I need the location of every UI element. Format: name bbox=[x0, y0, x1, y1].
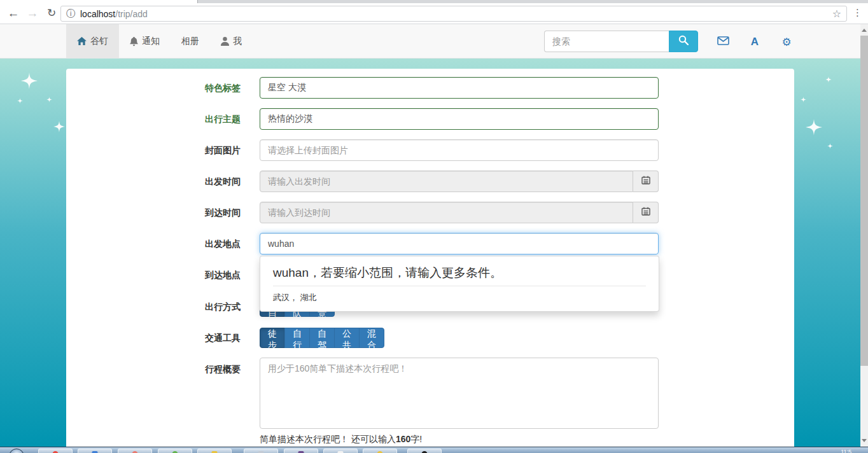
site-navbar: 谷钉 通知 相册 我 A ⚙ bbox=[0, 24, 860, 59]
field-label: 封面图片 bbox=[66, 139, 241, 161]
cover-image-input[interactable] bbox=[260, 139, 659, 161]
taskbar-app-button[interactable] bbox=[38, 449, 73, 453]
transport-walk-button[interactable]: 徒步 bbox=[260, 328, 285, 348]
envelope-icon bbox=[717, 36, 729, 48]
field-label: 出行主题 bbox=[66, 108, 241, 130]
nav-item-home[interactable]: 谷钉 bbox=[66, 24, 119, 59]
sparkle-icon bbox=[806, 119, 822, 136]
theme-input[interactable] bbox=[260, 108, 659, 130]
sparkle-icon bbox=[827, 143, 833, 149]
transport-drive-button[interactable]: 自驾 bbox=[309, 328, 335, 348]
scroll-down-icon[interactable] bbox=[862, 439, 867, 442]
gear-icon: ⚙ bbox=[781, 36, 791, 49]
remaining-count: 160 bbox=[396, 434, 410, 444]
taskbar-app-button[interactable] bbox=[244, 449, 278, 453]
taskbar-app-button[interactable] bbox=[197, 449, 232, 453]
sparkle-icon bbox=[46, 97, 52, 102]
autocomplete-hint[interactable]: wuhan，若要缩小范围，请输入更多条件。 bbox=[273, 259, 646, 286]
page-info-icon[interactable]: ⓘ bbox=[66, 8, 75, 20]
address-bar[interactable]: ⓘ localhost /trip/add ☆ bbox=[60, 6, 847, 22]
search-icon bbox=[678, 35, 689, 48]
browser-menu-icon[interactable]: ⋮ bbox=[853, 7, 863, 18]
url-host: localhost bbox=[80, 9, 115, 19]
nav-item-me[interactable]: 我 bbox=[210, 24, 253, 59]
font-link[interactable]: A bbox=[747, 35, 762, 49]
tags-input[interactable] bbox=[260, 77, 659, 99]
depart-time-input[interactable] bbox=[260, 171, 633, 192]
taskbar-app-button[interactable] bbox=[363, 449, 397, 453]
search-group bbox=[544, 31, 698, 52]
browser-refresh-button[interactable]: ↻ bbox=[43, 5, 60, 22]
scroll-up-icon[interactable] bbox=[862, 29, 867, 32]
transport-public-button[interactable]: 公共交通 bbox=[334, 328, 360, 348]
bookmark-star-icon[interactable]: ☆ bbox=[832, 8, 841, 20]
trip-form-panel: 特色标签 出行主题 封面图片 出发时间 到达时间 bbox=[66, 69, 794, 447]
sparkle-icon bbox=[825, 76, 832, 83]
summary-textarea[interactable] bbox=[260, 358, 659, 429]
page-background: 特色标签 出行主题 封面图片 出发时间 到达时间 bbox=[0, 59, 860, 447]
field-label: 到达时间 bbox=[66, 202, 241, 223]
sparkle-icon bbox=[801, 97, 806, 102]
nav-brand-label: 谷钉 bbox=[90, 36, 108, 47]
taskbar-app-button[interactable] bbox=[78, 449, 112, 453]
taskbar-app-button[interactable] bbox=[118, 449, 152, 453]
nav-item-notifications[interactable]: 通知 bbox=[119, 24, 171, 59]
browser-forward-button[interactable]: → bbox=[24, 5, 41, 22]
bell-icon bbox=[130, 37, 138, 46]
scrollbar-thumb[interactable] bbox=[860, 36, 868, 366]
search-button[interactable] bbox=[669, 31, 698, 52]
sparkle-icon bbox=[21, 73, 38, 89]
nav-item-label: 我 bbox=[233, 36, 242, 47]
calendar-icon bbox=[641, 176, 650, 187]
transport-mixed-button[interactable]: 混合交通工具 bbox=[359, 328, 384, 348]
arrive-time-calendar-button[interactable] bbox=[633, 202, 659, 223]
transport-bicycle-button[interactable]: 自行车 bbox=[284, 328, 310, 348]
calendar-icon bbox=[641, 207, 650, 218]
user-icon bbox=[221, 37, 229, 46]
field-label: 到达地点 bbox=[66, 264, 241, 286]
taskbar-app-button[interactable] bbox=[323, 449, 358, 453]
windows-taskbar: 11:5 bbox=[0, 447, 868, 453]
nav-item-albums[interactable]: 相册 bbox=[171, 24, 210, 59]
sparkle-icon bbox=[17, 98, 23, 104]
transport-button-group: 徒步 自行车 自驾 公共交通 混合交通工具 bbox=[260, 328, 384, 348]
sparkle-icon bbox=[53, 121, 65, 132]
field-label: 特色标签 bbox=[66, 77, 241, 99]
url-path: /trip/add bbox=[115, 9, 148, 19]
place-autocomplete-dropdown: wuhan，若要缩小范围，请输入更多条件。 武汉， 湖北 bbox=[260, 256, 659, 312]
depart-place-input[interactable] bbox=[260, 233, 659, 254]
taskbar-app-button[interactable] bbox=[407, 449, 442, 453]
vertical-scrollbar[interactable] bbox=[860, 24, 868, 447]
arrive-time-input[interactable] bbox=[260, 202, 633, 223]
nav-item-label: 相册 bbox=[181, 36, 199, 47]
messages-link[interactable] bbox=[715, 35, 731, 49]
field-label: 交通工具 bbox=[66, 328, 241, 348]
autocomplete-suggestion[interactable]: 武汉， 湖北 bbox=[273, 286, 646, 306]
summary-helper-text: 简单描述本次行程吧！ 还可以输入160字! bbox=[260, 434, 422, 445]
font-icon: A bbox=[751, 36, 759, 48]
settings-link[interactable]: ⚙ bbox=[779, 35, 794, 49]
depart-time-calendar-button[interactable] bbox=[633, 171, 659, 192]
home-icon bbox=[77, 37, 87, 46]
field-label: 出发地点 bbox=[66, 233, 241, 254]
taskbar-clock: 11:5 bbox=[841, 449, 851, 453]
browser-back-button[interactable]: ← bbox=[5, 5, 22, 22]
taskbar-app-button[interactable] bbox=[158, 449, 192, 453]
taskbar-app-button[interactable] bbox=[284, 449, 318, 453]
field-label: 出发时间 bbox=[66, 171, 241, 192]
field-label: 出行方式 bbox=[66, 296, 241, 317]
nav-item-label: 通知 bbox=[142, 36, 160, 47]
start-button[interactable] bbox=[9, 449, 24, 453]
browser-toolbar: ← → ↻ ⓘ localhost /trip/add ☆ ⋮ bbox=[0, 3, 868, 24]
field-label: 行程概要 bbox=[66, 363, 241, 375]
search-input[interactable] bbox=[544, 31, 669, 52]
